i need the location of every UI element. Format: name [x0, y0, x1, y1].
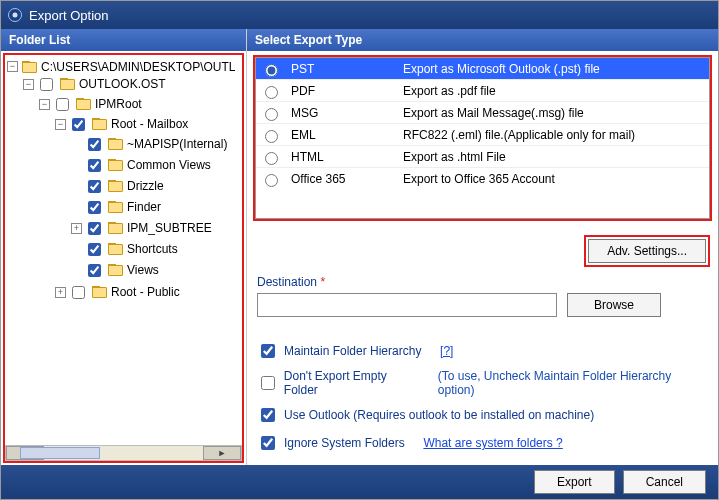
tree-checkbox[interactable] [88, 222, 101, 235]
tree-checkbox[interactable] [88, 180, 101, 193]
export-row-msg[interactable]: MSG Export as Mail Message(.msg) file [256, 102, 709, 124]
maintain-hierarchy-help[interactable]: [?] [440, 344, 453, 358]
folder-icon [108, 264, 123, 276]
tree-label: Root - Public [111, 285, 180, 299]
export-desc: Export as Mail Message(.msg) file [403, 106, 584, 120]
ignore-system-folders-label: Ignore System Folders [284, 436, 405, 450]
system-folders-link[interactable]: What are system folders ? [423, 436, 562, 450]
folder-tree-container: − C:\USERS\ADMIN\DESKTOP\OUTL − [3, 53, 244, 463]
tree-checkbox[interactable] [40, 78, 53, 91]
export-desc: Export as .html File [403, 150, 506, 164]
tree-label: Finder [127, 200, 161, 214]
tree-node-child[interactable]: ~MAPISP(Internal) [71, 135, 227, 154]
export-radio[interactable] [265, 86, 278, 99]
expand-icon[interactable]: + [55, 287, 66, 298]
collapse-icon[interactable]: − [7, 61, 18, 72]
tree-node-child[interactable]: Shortcuts [71, 240, 178, 259]
tree-checkbox[interactable] [72, 118, 85, 131]
horizontal-scrollbar[interactable]: ◄ ► [5, 445, 242, 461]
window-title: Export Option [29, 8, 109, 23]
maintain-hierarchy-checkbox[interactable] [261, 344, 275, 358]
destination-input[interactable] [257, 293, 557, 317]
spacer [71, 139, 82, 150]
tree-checkbox[interactable] [88, 201, 101, 214]
tree-checkbox[interactable] [88, 264, 101, 277]
export-radio[interactable] [265, 152, 278, 165]
svg-point-1 [13, 13, 18, 18]
export-radio[interactable] [265, 64, 278, 77]
export-row-o365[interactable]: Office 365 Export to Office 365 Account [256, 168, 709, 190]
scroll-right-icon[interactable]: ► [203, 446, 241, 460]
export-code: MSG [287, 106, 397, 120]
tree-node-root-public[interactable]: + Root - Public [55, 283, 180, 302]
tree-node-child[interactable]: Finder [71, 198, 161, 217]
export-code: Office 365 [287, 172, 397, 186]
use-outlook-label: Use Outlook (Requires outlook to be inst… [284, 408, 594, 422]
export-desc: Export to Office 365 Account [403, 172, 555, 186]
no-empty-folder-checkbox[interactable] [261, 376, 275, 390]
export-radio[interactable] [265, 174, 278, 187]
tree-label: OUTLOOK.OST [79, 77, 166, 91]
tree-label: ~MAPISP(Internal) [127, 137, 227, 151]
adv-settings-highlight: Adv. Settings... [584, 235, 710, 267]
use-outlook-checkbox[interactable] [261, 408, 275, 422]
tree-node-ipmroot[interactable]: − IPMRoot [39, 95, 142, 114]
export-radio[interactable] [265, 108, 278, 121]
tree-node-child[interactable]: +IPM_SUBTREE [71, 219, 212, 238]
destination-label: Destination * [247, 275, 718, 293]
tree-label: Shortcuts [127, 242, 178, 256]
tree-label: C:\USERS\ADMIN\DESKTOP\OUTL [41, 60, 235, 74]
folder-tree[interactable]: − C:\USERS\ADMIN\DESKTOP\OUTL − [5, 57, 242, 445]
tree-checkbox[interactable] [88, 138, 101, 151]
browse-button[interactable]: Browse [567, 293, 661, 317]
folder-icon [108, 138, 123, 150]
export-code: HTML [287, 150, 397, 164]
export-desc: RFC822 (.eml) file.(Applicable only for … [403, 128, 635, 142]
adv-settings-button[interactable]: Adv. Settings... [588, 239, 706, 263]
folder-icon [76, 98, 91, 110]
export-options: Maintain Folder Hierarchy [?] Don't Expo… [247, 321, 718, 459]
folder-icon [108, 243, 123, 255]
folder-icon [108, 222, 123, 234]
export-button[interactable]: Export [534, 470, 615, 494]
folder-icon [22, 61, 37, 73]
tree-label: Common Views [127, 158, 211, 172]
app-icon [7, 7, 23, 23]
tree-node-child[interactable]: Common Views [71, 156, 211, 175]
export-row-pst[interactable]: PST Export as Microsoft Outlook (.pst) f… [256, 58, 709, 80]
tree-node-child[interactable]: Drizzle [71, 177, 164, 196]
tree-label: Root - Mailbox [111, 117, 188, 131]
spacer [71, 160, 82, 171]
expand-icon[interactable]: + [71, 223, 82, 234]
export-type-header: Select Export Type [247, 29, 718, 51]
export-desc: Export as .pdf file [403, 84, 496, 98]
dialog-footer: Export Cancel [1, 465, 718, 499]
collapse-icon[interactable]: − [39, 99, 50, 110]
folder-icon [92, 118, 107, 130]
cancel-button[interactable]: Cancel [623, 470, 706, 494]
tree-node-ost[interactable]: − OUTLOOK.OST [23, 75, 166, 94]
tree-checkbox[interactable] [88, 243, 101, 256]
export-code: EML [287, 128, 397, 142]
export-option-window: Export Option Folder List − C:\USERS\ADM… [0, 0, 719, 500]
export-type-panel: Select Export Type PST Export as Microso… [247, 29, 718, 465]
spacer [71, 244, 82, 255]
spacer [71, 265, 82, 276]
export-radio[interactable] [265, 130, 278, 143]
ignore-system-folders-checkbox[interactable] [261, 436, 275, 450]
no-empty-folder-label: Don't Export Empty Folder [284, 369, 423, 397]
folder-icon [92, 286, 107, 298]
tree-node-root[interactable]: − C:\USERS\ADMIN\DESKTOP\OUTL [7, 60, 235, 74]
tree-checkbox[interactable] [88, 159, 101, 172]
scroll-thumb[interactable] [20, 447, 100, 459]
export-row-eml[interactable]: EML RFC822 (.eml) file.(Applicable only … [256, 124, 709, 146]
export-row-pdf[interactable]: PDF Export as .pdf file [256, 80, 709, 102]
tree-checkbox[interactable] [72, 286, 85, 299]
collapse-icon[interactable]: − [23, 79, 34, 90]
collapse-icon[interactable]: − [55, 119, 66, 130]
maintain-hierarchy-label: Maintain Folder Hierarchy [284, 344, 421, 358]
tree-node-child[interactable]: Views [71, 261, 159, 280]
tree-node-root-mailbox[interactable]: − Root - Mailbox [55, 115, 188, 134]
export-row-html[interactable]: HTML Export as .html File [256, 146, 709, 168]
tree-checkbox[interactable] [56, 98, 69, 111]
